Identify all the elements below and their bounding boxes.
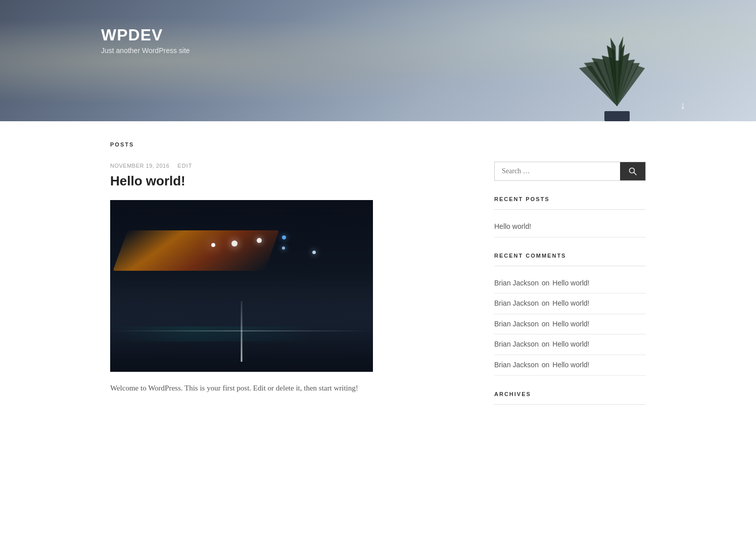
post-edit-link[interactable]: EDIT (177, 163, 192, 169)
comment-post-link[interactable]: Hello world! (552, 361, 589, 369)
archives-heading: ARCHIVES (494, 391, 646, 397)
commenter-name: Brian Jackson (494, 279, 539, 287)
list-item: Hello world! (494, 217, 646, 237)
recent-comments-list: Brian Jackson on Hello world! Brian Jack… (494, 273, 646, 376)
archives-divider (494, 404, 646, 405)
archives-widget: ARCHIVES (494, 391, 646, 405)
recent-post-link[interactable]: Hello world! (494, 222, 531, 230)
post-title: Hello world! (110, 173, 464, 190)
recent-comments-divider (494, 266, 646, 266)
list-item: Brian Jackson on Hello world! (494, 273, 646, 294)
recent-posts-widget: RECENT POSTS Hello world! (494, 196, 646, 237)
search-form (494, 162, 646, 181)
sidebar: RECENT POSTS Hello world! RECENT COMMENT… (494, 141, 646, 420)
on-text: on (542, 320, 551, 328)
post-featured-image (110, 200, 373, 372)
post-date: NOVEMBER 19, 2016 (110, 163, 169, 169)
on-text: on (542, 279, 551, 287)
recent-comments-widget: RECENT COMMENTS Brian Jackson on Hello w… (494, 253, 646, 376)
commenter-name: Brian Jackson (494, 320, 539, 328)
commenter-name: Brian Jackson (494, 340, 539, 348)
site-content: POSTS NOVEMBER 19, 2016 EDIT Hello world… (100, 121, 656, 450)
commenter-name: Brian Jackson (494, 299, 539, 307)
post-meta: NOVEMBER 19, 2016 EDIT (110, 163, 464, 169)
post-article: NOVEMBER 19, 2016 EDIT Hello world! Welc… (110, 163, 464, 394)
site-header: WPDEV Just another WordPress site ↓ (0, 0, 756, 121)
scroll-down-button[interactable]: ↓ (680, 100, 685, 111)
commenter-name: Brian Jackson (494, 361, 539, 369)
comment-post-link[interactable]: Hello world! (552, 299, 589, 307)
list-item: Brian Jackson on Hello world! (494, 294, 646, 314)
comment-post-link[interactable]: Hello world! (552, 340, 589, 348)
site-tagline: Just another WordPress site (101, 46, 190, 55)
posts-heading: POSTS (110, 141, 464, 148)
list-item: Brian Jackson on Hello world! (494, 334, 646, 355)
list-item: Brian Jackson on Hello world! (494, 314, 646, 335)
search-widget (494, 162, 646, 181)
site-branding: WPDEV Just another WordPress site (101, 25, 190, 55)
recent-comments-heading: RECENT COMMENTS (494, 253, 646, 259)
recent-posts-divider (494, 209, 646, 210)
post-excerpt: Welcome to WordPress. This is your first… (110, 382, 464, 394)
main-column: POSTS NOVEMBER 19, 2016 EDIT Hello world… (110, 141, 464, 420)
svg-line-19 (634, 173, 637, 175)
on-text: on (542, 340, 551, 348)
search-icon (629, 167, 637, 175)
on-text: on (542, 361, 551, 369)
recent-posts-list: Hello world! (494, 217, 646, 237)
comment-post-link[interactable]: Hello world! (552, 279, 589, 287)
search-button[interactable] (620, 162, 645, 180)
site-title: WPDEV (101, 25, 190, 44)
recent-posts-heading: RECENT POSTS (494, 196, 646, 202)
list-item: Brian Jackson on Hello world! (494, 355, 646, 376)
search-input[interactable] (495, 162, 620, 180)
svg-rect-0 (604, 111, 630, 121)
comment-post-link[interactable]: Hello world! (552, 320, 589, 328)
on-text: on (542, 299, 551, 307)
plant-decoration (554, 0, 680, 121)
